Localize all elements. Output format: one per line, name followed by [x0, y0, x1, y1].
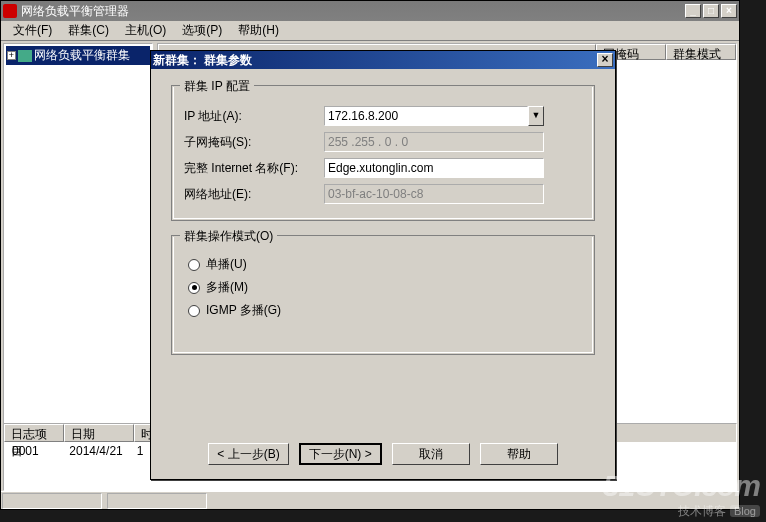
dialog-close-button[interactable]: × — [597, 53, 613, 67]
help-button[interactable]: 帮助 — [480, 443, 558, 465]
next-button[interactable]: 下一步(N) > — [299, 443, 382, 465]
dialog-buttons: < 上一步(B) 下一步(N) > 取消 帮助 — [151, 443, 615, 465]
dialog-titlebar: 新群集： 群集参数 × — [151, 51, 615, 69]
app-title: 网络负载平衡管理器 — [21, 3, 685, 20]
main-titlebar: 网络负载平衡管理器 _ □ × — [1, 1, 739, 21]
mask-label: 子网掩码(S): — [184, 134, 324, 151]
radio-icon — [188, 305, 200, 317]
gb-ip-title: 群集 IP 配置 — [180, 78, 254, 95]
menu-help[interactable]: 帮助(H) — [230, 20, 287, 41]
col-mode[interactable]: 群集模式 — [666, 44, 736, 60]
status-seg-1 — [2, 493, 102, 509]
cluster-icon — [18, 50, 32, 62]
groupbox-ip-config: 群集 IP 配置 IP 地址(A): 172.16.8.200 ▼ 子网掩码(S… — [171, 85, 595, 221]
dialog-title: 新群集： 群集参数 — [153, 52, 597, 69]
gb-mode-title: 群集操作模式(O) — [180, 228, 277, 245]
expand-icon[interactable]: + — [7, 51, 16, 60]
log-date: 2014/4/21 — [63, 444, 127, 458]
minimize-button[interactable]: _ — [685, 4, 701, 18]
cancel-button[interactable]: 取消 — [392, 443, 470, 465]
menu-cluster[interactable]: 群集(C) — [60, 20, 117, 41]
mac-label: 网络地址(E): — [184, 186, 324, 203]
groupbox-mode: 群集操作模式(O) 单播(U) 多播(M) IGMP 多播(G) — [171, 235, 595, 355]
close-button[interactable]: × — [721, 4, 737, 18]
mask-field: 255 .255 . 0 . 0 — [324, 132, 544, 152]
menu-options[interactable]: 选项(P) — [174, 20, 230, 41]
log-time: 1 — [131, 444, 151, 458]
ip-field[interactable]: 172.16.8.200 — [324, 106, 528, 126]
radio-icon — [188, 282, 200, 294]
radio-multicast[interactable]: 多播(M) — [184, 279, 582, 296]
chevron-down-icon[interactable]: ▼ — [528, 106, 544, 126]
ip-label: IP 地址(A): — [184, 108, 324, 125]
status-seg-2 — [107, 493, 207, 509]
radio-igmp[interactable]: IGMP 多播(G) — [184, 302, 582, 319]
log-col-item[interactable]: 日志项目 — [4, 424, 64, 442]
radio-unicast-label: 单播(U) — [206, 256, 247, 273]
fqdn-field[interactable]: Edge.xutonglin.com — [324, 158, 544, 178]
log-col-date[interactable]: 日期 — [64, 424, 134, 442]
ip-combo[interactable]: 172.16.8.200 ▼ — [324, 106, 544, 126]
maximize-button[interactable]: □ — [703, 4, 719, 18]
menu-file[interactable]: 文件(F) — [5, 20, 60, 41]
radio-multicast-label: 多播(M) — [206, 279, 248, 296]
log-id: 0001 — [6, 444, 60, 458]
radio-icon — [188, 259, 200, 271]
app-icon — [3, 4, 17, 18]
watermark: 51CTO.com 技术博客Blog — [603, 469, 760, 520]
menubar: 文件(F) 群集(C) 主机(O) 选项(P) 帮助(H) — [1, 21, 739, 41]
fqdn-label: 完整 Internet 名称(F): — [184, 160, 324, 177]
watermark-big: 51CTO.com — [603, 469, 760, 503]
menu-host[interactable]: 主机(O) — [117, 20, 174, 41]
new-cluster-dialog: 新群集： 群集参数 × 群集 IP 配置 IP 地址(A): 172.16.8.… — [150, 50, 616, 480]
mac-field: 03-bf-ac-10-08-c8 — [324, 184, 544, 204]
back-button[interactable]: < 上一步(B) — [208, 443, 288, 465]
radio-igmp-label: IGMP 多播(G) — [206, 302, 281, 319]
radio-unicast[interactable]: 单播(U) — [184, 256, 582, 273]
tree-root-label: 网络负载平衡群集 — [34, 47, 130, 64]
tree-root[interactable]: + 网络负载平衡群集 — [6, 46, 150, 65]
watermark-small: 技术博客Blog — [603, 503, 760, 520]
